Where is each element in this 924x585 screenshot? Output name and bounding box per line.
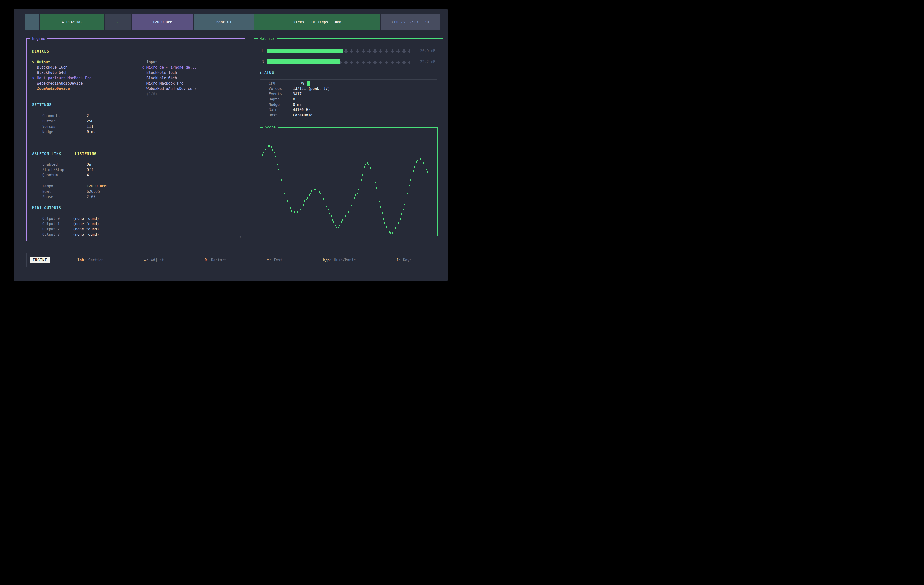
kv-value: 7% bbox=[293, 81, 304, 86]
shortcut-label: Keys bbox=[403, 258, 412, 262]
device-marker-icon: > bbox=[32, 59, 37, 65]
kv-value[interactable]: 2 bbox=[87, 113, 89, 119]
device-row[interactable]: xHaut-parleurs MacBook Pro bbox=[32, 75, 135, 81]
shortcut-item[interactable]: R: Restart bbox=[205, 258, 226, 262]
ableton-link-header: ABLETON LINK bbox=[32, 152, 61, 156]
kv-label: Output 3 bbox=[42, 232, 73, 237]
shortcut-item[interactable]: ?: Keys bbox=[396, 258, 412, 262]
kv-row: Nudge0 ms bbox=[32, 129, 239, 135]
scope-sample-dot bbox=[284, 193, 285, 194]
shortcut-label: Test bbox=[274, 258, 282, 262]
scope-sample-dot bbox=[417, 160, 418, 161]
kv-value: (none found) bbox=[73, 221, 99, 227]
device-row[interactable]: xMicro de « iPhone de... bbox=[142, 65, 239, 70]
scope-sample-dot bbox=[379, 201, 380, 203]
scope-sample-dot bbox=[300, 209, 301, 210]
scope-sample-dot bbox=[307, 197, 308, 199]
device-label: Micro de « iPhone de... bbox=[147, 65, 197, 70]
scope-sample-dot bbox=[313, 189, 314, 190]
chevron-down-icon[interactable]: ▼ bbox=[195, 86, 196, 91]
kv-label: Nudge bbox=[269, 102, 293, 107]
output-device-list: >OutputBlackHole 16chBlackHole 64chxHaut… bbox=[32, 59, 135, 97]
scroll-more-icon[interactable]: ▼ bbox=[239, 235, 241, 238]
scope-sample-dot bbox=[395, 227, 396, 229]
device-label: Micro MacBook Pro bbox=[147, 81, 184, 86]
device-row[interactable]: BlackHole 64ch bbox=[142, 75, 239, 81]
kv-row: Beat626.65 bbox=[32, 189, 239, 194]
device-label: Input bbox=[147, 59, 157, 65]
scope-sample-dot bbox=[319, 191, 320, 193]
kv-row: Output 3(none found) bbox=[32, 232, 239, 237]
scope-sample-dot bbox=[384, 222, 385, 224]
device-row[interactable]: ZoomAudioDevice bbox=[32, 86, 135, 91]
shortcut-item[interactable]: h/p: Hush/Panic bbox=[323, 258, 356, 262]
scope-sample-dot bbox=[290, 208, 291, 209]
scope-sample-dot bbox=[293, 211, 293, 213]
scope-sample-dot bbox=[265, 149, 266, 150]
scope-sample-dot bbox=[345, 215, 346, 217]
shortcut-item[interactable]: ↔: Adjust bbox=[144, 258, 164, 262]
kv-value[interactable]: 0 ms bbox=[87, 129, 96, 135]
kv-label: Voices bbox=[42, 124, 87, 129]
kv-row: Events3817 bbox=[259, 91, 437, 97]
kv-label: Voices bbox=[269, 86, 293, 91]
kv-value[interactable]: Off bbox=[87, 167, 93, 173]
device-marker-empty bbox=[32, 86, 37, 91]
kv-row: Voices111 bbox=[32, 124, 239, 129]
scope-sample-dot bbox=[396, 225, 397, 227]
scope-sample-dot bbox=[378, 194, 378, 196]
kv-label: Nudge bbox=[42, 129, 87, 135]
scope-sample-dot bbox=[285, 197, 286, 199]
scope-sample-dot bbox=[291, 210, 292, 212]
kv-label: Output 1 bbox=[42, 221, 73, 227]
scope-sample-dot bbox=[327, 206, 327, 207]
kv-row: Voices13/111 (peak: 17) bbox=[259, 86, 437, 91]
kv-value[interactable]: 4 bbox=[87, 173, 89, 178]
link-timing-rows: Tempo120.0 BPMBeat626.65Phase2.65 bbox=[32, 184, 239, 199]
meter-track-right bbox=[267, 59, 410, 64]
shortcut-item[interactable]: Tab: Section bbox=[78, 258, 104, 262]
shortcut-label: Hush/Panic bbox=[334, 258, 356, 262]
scope-sample-dot bbox=[271, 147, 272, 148]
kv-value: 626.65 bbox=[87, 189, 100, 194]
kv-value[interactable]: On bbox=[87, 162, 91, 167]
shortcut-key: R bbox=[205, 258, 207, 262]
device-row[interactable]: BlackHole 64ch bbox=[32, 70, 135, 75]
device-row[interactable]: WebexMediaAudioDevice bbox=[32, 81, 135, 86]
kv-value: (none found) bbox=[73, 232, 99, 237]
beat-indicator-area bbox=[105, 14, 131, 30]
scope-sample-dot bbox=[314, 189, 315, 190]
kv-label: Rate bbox=[269, 107, 293, 112]
device-label: BlackHole 64ch bbox=[147, 75, 177, 81]
device-row[interactable]: Micro MacBook Pro bbox=[142, 81, 239, 86]
kv-row: Output 1(none found) bbox=[32, 221, 239, 227]
scope-sample-dot bbox=[274, 152, 275, 153]
link-rows: EnabledOnStart/StopOffQuantum4 bbox=[32, 162, 239, 178]
device-row[interactable]: BlackHole 16ch bbox=[32, 65, 135, 70]
shortcut-separator: : bbox=[147, 258, 151, 262]
shortcut-item[interactable]: t: Test bbox=[267, 258, 282, 262]
kv-row: Quantum4 bbox=[32, 173, 239, 178]
scope-sample-dot bbox=[287, 200, 287, 202]
kv-value[interactable]: 256 bbox=[87, 119, 93, 124]
kv-label: Buffer bbox=[42, 119, 87, 124]
scope-sample-dot bbox=[278, 168, 279, 170]
scope-sample-dot bbox=[380, 206, 381, 208]
divider bbox=[259, 79, 437, 80]
device-row[interactable]: BlackHole 16ch bbox=[142, 70, 239, 75]
scope-sample-dot bbox=[413, 170, 414, 172]
scope-sample-dot bbox=[339, 225, 340, 226]
kv-value: 0 ms bbox=[293, 102, 302, 107]
meter-channel-label-right: R bbox=[262, 60, 267, 64]
device-label: BlackHole 64ch bbox=[37, 70, 68, 75]
device-row[interactable]: WebexMediaAudioDevice▼ bbox=[142, 86, 239, 91]
device-label: WebexMediaAudioDevice bbox=[147, 86, 192, 91]
footer-bar: ENGINE Tab: Section↔: AdjustR: Restartt:… bbox=[26, 253, 443, 267]
scope-sample-dot bbox=[398, 222, 399, 224]
kv-label: Depth bbox=[269, 97, 293, 102]
scope-box: Scope bbox=[259, 127, 437, 236]
kv-value: 0 bbox=[293, 97, 295, 102]
shortcut-separator: : bbox=[84, 258, 88, 262]
device-row[interactable]: >Output bbox=[32, 59, 135, 65]
kv-value[interactable]: 111 bbox=[87, 124, 93, 129]
